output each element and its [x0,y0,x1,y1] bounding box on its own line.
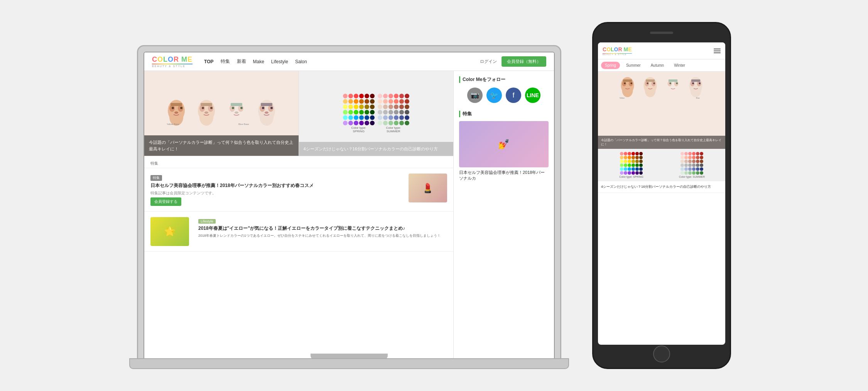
social-icons: 📷 🐦 f LINE [459,88,549,103]
svg-point-38 [624,83,626,84]
svg-rect-16 [201,103,212,106]
logo-text: COLOR ME [152,56,193,63]
register-button[interactable]: 会員登録（無料） [502,56,546,67]
svg-point-15 [204,111,208,114]
svg-rect-55 [669,79,677,82]
article-register-btn[interactable]: 会員登録する [150,197,181,206]
nav-new[interactable]: 新着 [237,58,246,65]
sidebar: Color Meをフォロー 📷 🐦 f LINE 特集 💅 日本セルフ美容協会理… [454,71,554,367]
article-card-1[interactable]: 特集 日本セルフ美容協会理事が推薦！2018年パーソナルカラー別おすすめ春コスメ… [144,168,453,212]
hero-card-palette[interactable]: Color type:SPRING Color type:SUMMER [299,71,454,156]
summer-palette-grid [378,94,409,125]
cosmetics-image: 💄 [409,174,447,202]
hamburger-line-1 [714,49,721,49]
hero-overlay-1: 今話題の「パーソナルカラー診断」って何？似合う色を取り入れて自分史上最高キレイに… [144,135,299,156]
tab-summer[interactable]: Summer [622,62,645,69]
phone-logo-text: COLOR ME [603,46,632,52]
phone-hero-overlay: 今話題の「パーソナルカラー診断」って何？似合う色を取り入れて自分史上最高キレイに… [598,136,725,149]
svg-point-6 [174,111,178,114]
svg-rect-62 [691,79,700,82]
svg-rect-7 [171,103,182,106]
tab-winter[interactable]: Winter [670,62,689,69]
article-thumb-2: 🌟 [150,217,189,246]
svg-text:Blue Base: Blue Base [238,123,249,125]
line-icon[interactable]: LINE [525,88,540,103]
laptop-base [129,358,569,369]
main-column: Yellow Base [144,71,454,367]
article-title-1: 日本セルフ美容協会理事が推薦！2018年パーソナルカラー別おすすめ春コスメ [150,182,404,189]
hero-overlay-2: 4シーズンだけじゃない？16分割パーソナルカラーの自己診断のやり方 [299,142,454,156]
svg-point-30 [262,107,264,109]
svg-point-47 [653,83,655,84]
facebook-icon[interactable]: f [506,88,521,103]
phone-spring-grid [620,152,643,175]
svg-point-61 [699,83,701,84]
svg-text:Yellow: Yellow [620,97,625,99]
phone-body: COLOR ME BEAUTY & STYLE Spring [592,22,731,369]
hamburger-menu-icon[interactable] [714,49,721,53]
svg-point-14 [210,107,213,109]
phone-speaker [650,32,673,34]
section-label: 特集 [144,156,453,168]
logo-underline [152,64,193,64]
nav-salon[interactable]: Salon [295,59,307,64]
nav-lifestyle[interactable]: Lifestyle [271,59,288,64]
phone-article-card[interactable]: 4シーズンだけじゃない？16分割パーソナルカラーの自己診断のやり方 [598,181,725,193]
phone-summer-label: Color type: SUMMER [679,175,705,178]
face-2 [193,96,220,131]
follow-title: Color Meをフォロー [459,76,549,83]
article-title-2: 2018年春夏は"イエロー"が気になる！正解イエローをカラータイプ別に着こなすテ… [198,225,447,232]
svg-point-4 [172,107,174,109]
twitter-icon[interactable]: 🐦 [486,88,502,103]
svg-point-21 [232,107,234,109]
nav-top[interactable]: TOP [204,59,213,64]
svg-rect-48 [646,79,655,82]
face-4 [253,96,280,131]
phone-summer-grid [681,152,703,175]
phone-face-2 [640,74,661,101]
tab-spring[interactable]: Spring [601,62,620,69]
hero-caption-2: 4シーズンだけじゃない？16分割パーソナルカラーの自己診断のやり方 [304,147,438,151]
instagram-icon[interactable]: 📷 [467,88,483,103]
side-cosmetics-image: 💅 [459,121,549,167]
nav-make[interactable]: Make [253,59,264,64]
tab-autumn[interactable]: Autumn [647,62,668,69]
svg-point-13 [202,107,204,109]
hamburger-line-3 [714,52,721,53]
side-article-thumb[interactable]: 💅 [459,121,549,167]
hamburger-line-2 [714,51,721,51]
face-1: Yellow Base [163,96,190,131]
svg-point-32 [265,111,269,114]
article-content-1: 特集 日本セルフ美容協会理事が推薦！2018年パーソナルカラー別おすすめ春コスメ… [150,174,404,206]
phone-screen: COLOR ME BEAUTY & STYLE Spring [598,42,725,345]
summer-palette-block: Color type:SUMMER [378,94,409,133]
svg-point-39 [630,83,632,84]
nav-feature[interactable]: 特集 [221,58,230,65]
yellow-image: 🌟 [150,217,189,246]
svg-point-23 [235,111,238,114]
spring-palette-grid [343,94,375,125]
hero-card-faces[interactable]: Yellow Base [144,71,299,156]
article-tag-2: Lifestyle [198,219,216,224]
site-content: Yellow Base [144,71,554,367]
hero-grid: Yellow Base [144,71,453,156]
phone-palette-section: Color type: SPRING Color type: SUMMER [598,149,725,181]
site-header: COLOR ME BEAUTY & STYLE TOP 特集 新着 Make L… [144,52,554,71]
svg-point-60 [692,83,694,84]
spring-label: Color type:SPRING [343,126,375,133]
phone-tabs: Spring Summer Autumn Winter [598,59,725,72]
phone-device: COLOR ME BEAUTY & STYLE Spring [592,22,731,369]
login-button[interactable]: ログイン [480,59,497,64]
article-body-2: 2018年春夏トレンドカラーの1つであるイエロー。ぜひ自分をステキにみせてくれる… [198,233,447,239]
article-thumb-1: 💄 [409,174,447,202]
article-card-2[interactable]: 🌟 Lifestyle 2018年春夏は"イエロー"が気になる！正解イエローをカ… [144,212,453,252]
phone-face-row: Yellow [598,72,725,103]
spring-palette-block: Color type:SPRING [343,94,375,133]
svg-point-5 [180,107,182,109]
hero-caption-1: 今話題の「パーソナルカラー診断」って何？似合う色を取り入れて自分史上最高キレイに… [149,140,293,151]
phone-home-button[interactable] [653,345,670,362]
phone-face-3 [662,74,684,101]
palette-section: Color type:SPRING Color type:SUMMER [343,94,409,133]
follow-section: Color Meをフォロー 📷 🐦 f LINE [459,76,549,103]
phone-body-content: Yellow [598,72,725,342]
